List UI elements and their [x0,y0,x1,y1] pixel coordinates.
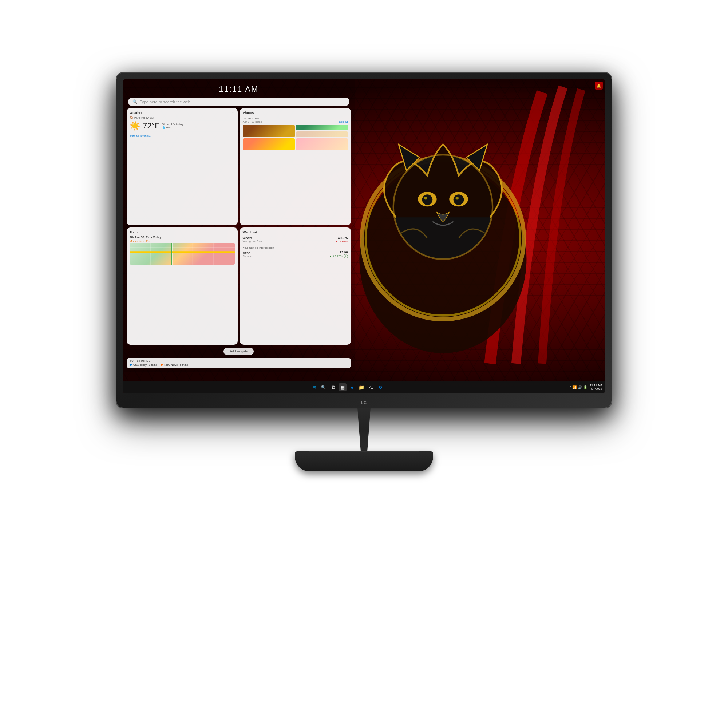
stock-row-ctsp: CTSP Contoso 23.98 ▲+2.23% + [243,250,348,259]
svg-point-8 [424,197,428,200]
news-source-2: NBC News · 5 mins [164,363,188,367]
taskbar-chevron-icon[interactable]: ^ [569,385,571,390]
monitor-bezel: 🔔 11:11 AM 🔍 Type here to search the web… [116,73,612,408]
monitor-base [295,451,433,471]
taskbar-icons: ⊞ 🔍 ⧉ ▦ e 📁 🛍 O [126,383,569,391]
photos-widget: Photos ··· On This Day Apr 7 · 33 items … [240,108,351,225]
weather-location: 🏠 Park Valley, CA [130,116,235,119]
interested-label: You may be interested in [243,246,348,249]
notification-icon[interactable]: 🔔 [595,81,603,90]
taskbar-task-view-icon[interactable]: ⧉ [329,383,337,391]
top-stories-label: TOP STORIES [130,359,348,362]
monitor-neck [353,408,375,451]
taskbar-right: ^ 📶 🔊 🔋 11:11 AM 4/7/2022 [569,384,602,391]
photo-3 [296,132,348,137]
traffic-menu[interactable]: ··· [231,230,234,234]
see-forecast-link[interactable]: See full forecast [130,134,235,137]
taskbar-volume-icon[interactable]: 🔊 [578,385,582,390]
photo-2 [296,125,348,130]
photos-date: Apr 7 · 33 items [243,120,262,123]
taskbar-search-icon[interactable]: 🔍 [320,383,327,391]
taskbar-time-display: 11:11 AM [590,384,602,387]
weather-widget: Weather ··· 🏠 Park Valley, CA ☀️ 72°F [127,108,238,225]
search-bar[interactable]: 🔍 Type here to search the web [128,98,349,106]
svg-point-6 [422,194,433,205]
weather-menu[interactable]: ··· [231,110,234,114]
news-items: USA Today · 3 mins NBC News · 5 mins [130,363,348,367]
traffic-status: Moderate traffic [130,240,235,243]
add-widgets-button[interactable]: Add widgets [223,348,254,355]
news-source-1: USA Today · 3 mins [133,363,157,367]
taskbar-edge-icon[interactable]: e [348,383,356,391]
traffic-address: 7th Ave S8, Park Valley [130,236,235,239]
stock-ticker-ctsp: CTSP [243,252,252,255]
taskbar-sys-icons: ^ 📶 🔊 🔋 [569,385,587,390]
taskbar-explorer-icon[interactable]: 📁 [358,383,366,391]
photo-5 [296,138,348,151]
weather-precipitation: 💧 0% [162,126,184,129]
widget-row-1: Weather ··· 🏠 Park Valley, CA ☀️ 72°F [127,108,351,225]
taskbar: ⊞ 🔍 ⧉ ▦ e 📁 🛍 O ^ 📶 🔊 🔋 [123,381,605,393]
news-dot-1 [130,364,132,366]
news-dot-2 [161,364,163,366]
screen: 🔔 11:11 AM 🔍 Type here to search the web… [123,80,605,393]
stock-name-ctsp: Contoso [243,255,252,257]
photos-menu[interactable]: ··· [345,112,348,116]
weather-temperature: 72°F [143,121,160,131]
widget-row-2: Traffic ··· 7th Ave S8, Park Valley Mode… [127,228,351,345]
taskbar-store-icon[interactable]: 🛍 [367,383,375,391]
stock-change-wgrb: ▼-1.67% [335,240,348,243]
traffic-widget: Traffic ··· 7th Ave S8, Park Valley Mode… [127,228,238,345]
photos-subtitle: On This Day [243,117,348,120]
taskbar-outlook-icon[interactable]: O [376,383,384,391]
stock-price-wgrb: 435.75 [335,236,348,240]
add-widgets-row: Add widgets [127,347,351,356]
stock-ticker-wgrb: WGRB [243,237,262,240]
weather-condition: Strong UV today [162,123,184,126]
photos-see-all[interactable]: See all [339,120,348,123]
svg-point-9 [456,197,459,200]
taskbar-battery-icon[interactable]: 🔋 [583,385,587,390]
search-icon: 🔍 [133,99,138,104]
lg-logo: LG [361,401,367,405]
news-item-1: USA Today · 3 mins [130,363,157,367]
taskbar-date-display: 4/7/2022 [590,387,602,391]
photos-grid [243,125,348,150]
traffic-map [130,243,235,265]
weather-main: ☀️ 72°F Strong UV today 💧 0% [130,121,235,131]
stock-row-wgrb: WGRB Woodgrove Bank 435.75 ▼-1.67% [243,236,348,244]
weather-title: Weather [130,111,235,115]
photo-4 [243,138,295,151]
photo-1 [243,125,295,137]
monitor-wrapper: 🔔 11:11 AM 🔍 Type here to search the web… [109,73,619,655]
taskbar-widgets-icon[interactable]: ▦ [338,383,347,391]
photos-header: Photos ··· [243,111,348,116]
watchlist-menu[interactable]: ··· [345,230,348,234]
taskbar-windows-button[interactable]: ⊞ [310,383,318,391]
weather-sun-icon: ☀️ [130,121,141,131]
stock-name-wgrb: Woodgrove Bank [243,240,262,242]
time-display: 11:11 AM [127,82,351,95]
search-placeholder-text: Type here to search the web [140,100,190,104]
stock-change-ctsp: ▲+2.23% + [329,254,348,258]
watchlist-widget: Watchlist ··· WGRB Woodgrove Bank 435.75… [240,228,351,345]
watchlist-title: Watchlist [243,230,348,234]
weather-content: 🏠 Park Valley, CA ☀️ 72°F Strong UV toda… [130,116,235,137]
widget-panel: 11:11 AM 🔍 Type here to search the web W… [123,80,355,371]
news-item-2: NBC News · 5 mins [161,363,188,367]
svg-point-7 [454,194,464,205]
top-stories: TOP STORIES USA Today · 3 mins NBC News … [127,358,351,369]
traffic-title: Traffic [130,230,235,234]
photos-title: Photos [243,111,254,115]
taskbar-clock: 11:11 AM 4/7/2022 [590,384,602,391]
taskbar-network-icon[interactable]: 📶 [572,385,577,390]
stock-price-ctsp: 23.98 [329,251,348,254]
